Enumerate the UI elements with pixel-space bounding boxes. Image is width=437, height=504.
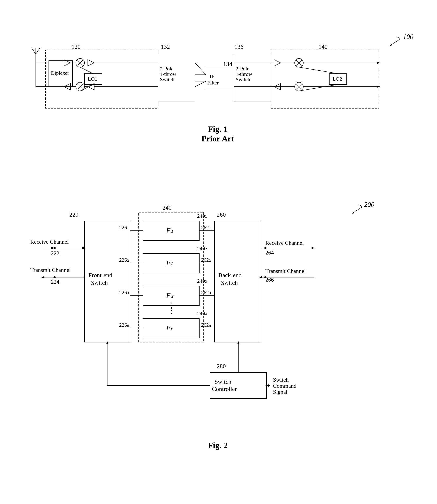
svg-text:222: 222 [51, 250, 59, 257]
svg-text:224: 224 [51, 279, 59, 285]
svg-rect-54 [271, 50, 379, 108]
page: 100 120 Diplexer LO1 [0, 0, 437, 504]
svg-text:1-throw: 1-throw [160, 71, 177, 77]
svg-text:Transmit Channel: Transmit Channel [30, 267, 71, 273]
svg-text:Switch: Switch [221, 279, 238, 286]
svg-text:100: 100 [403, 33, 413, 40]
svg-text:226ₙ: 226ₙ [119, 322, 129, 328]
svg-text:Command: Command [273, 383, 296, 389]
svg-text:220: 220 [69, 211, 79, 218]
fig2-diagram: 200 220 Front-end Switch 240 260 Back-en… [17, 195, 418, 433]
svg-point-132 [53, 247, 56, 249]
svg-text:Diplexer: Diplexer [51, 70, 69, 76]
svg-text:132: 132 [161, 43, 170, 50]
svg-text:Filter: Filter [207, 80, 218, 86]
svg-text:260: 260 [217, 211, 226, 218]
svg-text:264: 264 [265, 249, 274, 256]
fig2-label: Fig. 2 [17, 441, 418, 450]
svg-text:Front-end: Front-end [88, 272, 112, 278]
svg-text:LO2: LO2 [333, 76, 342, 82]
svg-text:Switch: Switch [91, 279, 108, 286]
svg-text:LO1: LO1 [88, 76, 97, 82]
fig1-label: Fig. 1 Prior Art [17, 124, 418, 143]
svg-marker-85 [352, 211, 354, 214]
fig1-container: 100 120 Diplexer LO1 [17, 26, 418, 143]
svg-line-6 [36, 48, 40, 54]
svg-text:134: 134 [223, 61, 232, 67]
svg-text:F₃: F₃ [166, 292, 174, 299]
svg-marker-140 [312, 247, 315, 249]
svg-text:Receive Channel: Receive Channel [30, 239, 69, 245]
svg-text:Signal: Signal [273, 389, 287, 395]
svg-text:Switch: Switch [160, 77, 174, 82]
svg-marker-73 [377, 86, 380, 88]
svg-text:226₂: 226₂ [119, 257, 129, 263]
svg-marker-128 [82, 247, 86, 249]
svg-text:136: 136 [234, 43, 244, 50]
svg-text:IF: IF [210, 73, 214, 79]
svg-text:120: 120 [71, 43, 81, 50]
svg-text:262ₙ: 262ₙ [201, 322, 211, 328]
svg-marker-145 [259, 276, 262, 278]
svg-text:140: 140 [318, 43, 328, 50]
svg-text:1-throw: 1-throw [236, 71, 252, 77]
svg-text:Controller: Controller [212, 385, 237, 392]
svg-marker-65 [377, 62, 380, 64]
svg-text:240₁: 240₁ [197, 213, 207, 219]
fig1-diagram: 100 120 Diplexer LO1 [17, 26, 418, 117]
svg-line-74 [299, 67, 338, 74]
svg-text:262₁: 262₁ [201, 225, 211, 230]
svg-marker-135 [41, 276, 44, 278]
svg-marker-2 [390, 43, 392, 46]
svg-text:240ₙ: 240ₙ [197, 311, 207, 316]
svg-text:240₂: 240₂ [197, 246, 207, 251]
svg-text:226₃: 226₃ [119, 290, 129, 295]
svg-text:226₁: 226₁ [119, 225, 129, 230]
fig1-number: Fig. 1 [17, 124, 418, 134]
svg-point-142 [264, 247, 267, 249]
svg-text:266: 266 [265, 277, 274, 283]
fig1-subtitle: Prior Art [17, 134, 418, 143]
fig2-number: Fig. 2 [17, 441, 418, 450]
fig2-container: 200 220 Front-end Switch 240 260 Back-en… [17, 195, 418, 450]
svg-text:2-Pole: 2-Pole [160, 66, 174, 71]
svg-text:200: 200 [364, 201, 374, 208]
svg-text:Back-end: Back-end [218, 272, 242, 278]
svg-line-31 [80, 84, 93, 91]
svg-text:Receive Channel: Receive Channel [265, 240, 304, 246]
svg-line-80 [195, 81, 206, 87]
svg-text:F₂: F₂ [166, 259, 174, 267]
svg-text:240: 240 [162, 204, 172, 211]
svg-text:F₁: F₁ [166, 227, 173, 234]
svg-text:Switch: Switch [236, 77, 250, 82]
svg-marker-161 [106, 341, 108, 344]
svg-text:262₂: 262₂ [201, 257, 211, 263]
svg-text:⋮: ⋮ [168, 307, 175, 315]
svg-marker-17 [88, 59, 94, 66]
svg-point-147 [264, 276, 267, 278]
svg-line-21 [80, 67, 93, 74]
svg-text:Transmit Channel: Transmit Channel [265, 268, 306, 274]
svg-marker-156 [265, 385, 269, 387]
svg-line-4 [31, 48, 36, 54]
svg-line-75 [299, 84, 338, 91]
svg-marker-58 [274, 59, 281, 66]
svg-line-79 [195, 63, 206, 75]
svg-text:2-Pole: 2-Pole [236, 66, 249, 71]
svg-text:240₃: 240₃ [197, 278, 207, 284]
svg-text:Switch: Switch [215, 378, 231, 385]
svg-text:280: 280 [217, 363, 226, 369]
svg-text:Switch: Switch [273, 377, 288, 383]
svg-text:262₃: 262₃ [201, 290, 211, 295]
svg-text:Fₙ: Fₙ [166, 324, 174, 332]
svg-point-137 [53, 276, 56, 278]
svg-marker-158 [237, 341, 239, 344]
